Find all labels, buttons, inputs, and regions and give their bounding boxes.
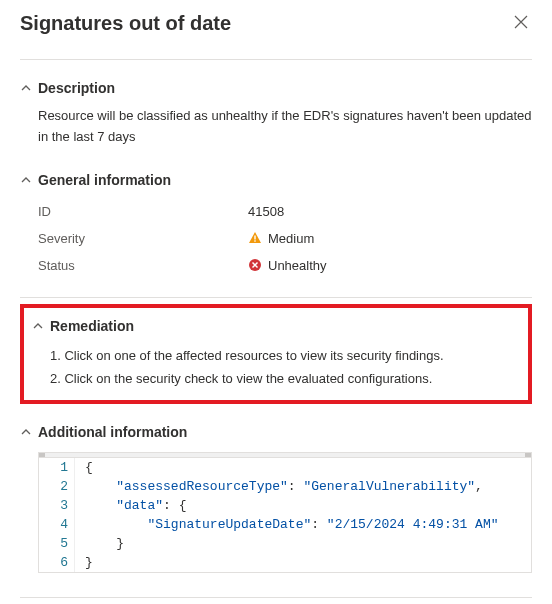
line-content: "SignatureUpdateDate": "2/15/2024 4:49:3… <box>75 515 499 534</box>
panel-title: Signatures out of date <box>20 12 231 35</box>
section-title: General information <box>38 172 171 188</box>
warning-icon <box>248 231 262 245</box>
code-line: 3 "data": { <box>39 496 531 515</box>
close-icon[interactable] <box>510 12 532 34</box>
remediation-highlight-box: Remediation 1. Click on one of the affec… <box>20 304 532 404</box>
divider <box>20 297 532 298</box>
remediation-step: 2. Click on the security check to view t… <box>50 367 520 390</box>
section-title: Description <box>38 80 115 96</box>
line-number: 1 <box>39 458 75 477</box>
line-number: 2 <box>39 477 75 496</box>
general-info-body: ID 41508 Severity Medium Status <box>20 192 532 279</box>
section-toggle-additional[interactable]: Additional information <box>20 420 532 444</box>
line-number: 4 <box>39 515 75 534</box>
error-icon <box>248 258 262 272</box>
info-row-status: Status Unhealthy <box>38 252 532 279</box>
section-title: Remediation <box>50 318 134 334</box>
section-title: Additional information <box>38 424 187 440</box>
remediation-body: 1. Click on one of the affected resource… <box>32 338 520 390</box>
info-label: Severity <box>38 231 248 246</box>
section-toggle-description[interactable]: Description <box>20 76 532 100</box>
panel-header: Signatures out of date <box>20 12 532 60</box>
code-line: 1{ <box>39 458 531 477</box>
chevron-up-icon <box>20 174 32 186</box>
line-content: "data": { <box>75 496 186 515</box>
section-description: Description Resource will be classified … <box>20 68 532 160</box>
info-value: 41508 <box>248 204 284 219</box>
info-value: Medium <box>248 231 314 246</box>
info-row-severity: Severity Medium <box>38 225 532 252</box>
line-content: { <box>75 458 93 477</box>
info-row-id: ID 41508 <box>38 198 532 225</box>
line-content: } <box>75 534 124 553</box>
chevron-up-icon <box>32 320 44 332</box>
remediation-step: 1. Click on one of the affected resource… <box>50 344 520 367</box>
json-code-viewer[interactable]: 1{2 "assessedResourceType": "GeneralVuln… <box>38 452 532 573</box>
section-remediation: Remediation 1. Click on one of the affec… <box>32 314 520 390</box>
code-line: 6} <box>39 553 531 572</box>
info-value: Unhealthy <box>248 258 327 273</box>
severity-text: Medium <box>268 231 314 246</box>
horizontal-scrollbar[interactable] <box>39 453 531 458</box>
code-line: 4 "SignatureUpdateDate": "2/15/2024 4:49… <box>39 515 531 534</box>
chevron-up-icon <box>20 426 32 438</box>
section-additional-information: Additional information 1{2 "assessedReso… <box>20 412 532 585</box>
description-body: Resource will be classified as unhealthy… <box>20 100 532 148</box>
line-content: } <box>75 553 93 572</box>
section-general-information: General information ID 41508 Severity Me… <box>20 160 532 291</box>
divider <box>20 597 532 598</box>
status-text: Unhealthy <box>268 258 327 273</box>
svg-rect-1 <box>254 240 255 241</box>
info-label: ID <box>38 204 248 219</box>
section-toggle-general[interactable]: General information <box>20 168 532 192</box>
info-label: Status <box>38 258 248 273</box>
line-content: "assessedResourceType": "GeneralVulnerab… <box>75 477 483 496</box>
code-line: 5 } <box>39 534 531 553</box>
line-number: 5 <box>39 534 75 553</box>
section-toggle-remediation[interactable]: Remediation <box>32 314 520 338</box>
line-number: 3 <box>39 496 75 515</box>
code-line: 2 "assessedResourceType": "GeneralVulner… <box>39 477 531 496</box>
svg-rect-0 <box>254 236 255 240</box>
chevron-up-icon <box>20 82 32 94</box>
line-number: 6 <box>39 553 75 572</box>
